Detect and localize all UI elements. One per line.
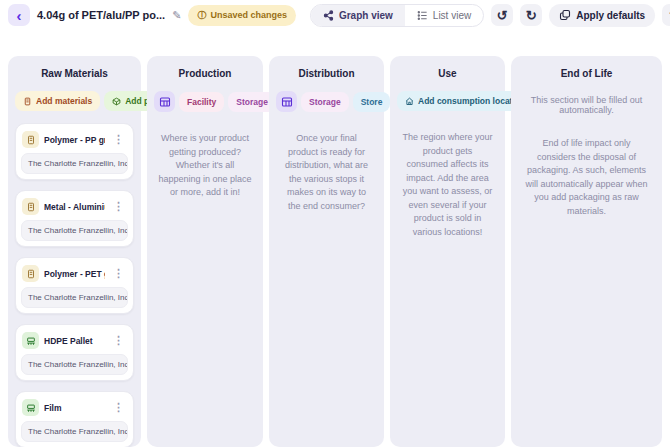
apply-defaults-label: Apply defaults [576, 10, 645, 21]
tab-list-view[interactable]: List view [405, 5, 483, 26]
card-title: Polymer - PP granulate... [44, 135, 105, 145]
store-label: Store [361, 97, 383, 107]
storage-label: Storage [309, 97, 341, 107]
end-of-life-note: This section will be filled out automati… [518, 91, 655, 115]
column-end-of-life: End of Life This section will be filled … [511, 56, 662, 447]
undo-button[interactable]: ↺ [491, 4, 513, 26]
lifecycle-board: Raw Materials Add materials Add packagin… [0, 56, 670, 447]
edit-pencil-icon[interactable]: ✎ [172, 9, 181, 22]
tab-graph-view[interactable]: Graph view [311, 5, 405, 26]
add-materials-label: Add materials [36, 96, 92, 106]
material-icon [22, 131, 39, 148]
material-card[interactable]: Metal - Aluminium ingot ⋮ The Charlotte … [15, 190, 134, 247]
list-view-label: List view [433, 10, 471, 21]
use-actions: Add consumption location [397, 91, 498, 111]
add-storage-button[interactable]: Storage [301, 92, 349, 112]
add-facility-button[interactable]: Facility [179, 92, 224, 112]
card-title: HDPE Pallet [44, 336, 105, 346]
back-button[interactable]: ‹ [8, 4, 30, 26]
production-empty-text: Where is your product getting produced? … [154, 124, 256, 200]
storage-label: Storage [236, 97, 268, 107]
add-consumption-location-label: Add consumption location [418, 96, 525, 106]
unsaved-changes-label: Unsaved changes [210, 10, 287, 20]
apply-defaults-icon [559, 9, 571, 21]
supplier-chip[interactable]: The Charlotte Franzellin, Inc (... [21, 421, 128, 442]
facility-label: Facility [187, 97, 216, 107]
production-actions: Facility Storage [154, 91, 256, 112]
pallet-icon [22, 399, 39, 416]
material-icon [22, 265, 39, 282]
add-store-button[interactable]: Store [353, 92, 391, 112]
page-title: 4.04g of PET/alu/PP po... [37, 9, 165, 21]
undo-icon: ↺ [497, 8, 508, 23]
home-icon [405, 97, 414, 106]
column-production: Production Facility Storage Where is you… [147, 56, 263, 447]
unsaved-changes-badge: ⓘ Unsaved changes [188, 5, 296, 26]
column-title: Raw Materials [15, 68, 134, 79]
back-chevron-icon: ‹ [17, 7, 22, 24]
material-icon [22, 198, 39, 215]
pallet-icon [22, 332, 39, 349]
graph-view-icon [323, 10, 334, 21]
info-icon: ⓘ [197, 9, 206, 22]
raw-material-cards: Polymer - PP granulate... ⋮ The Charlott… [15, 123, 134, 447]
apply-defaults-button[interactable]: Apply defaults [549, 4, 655, 27]
material-card[interactable]: Polymer - PP granulate... ⋮ The Charlott… [15, 123, 134, 180]
redo-button[interactable]: ↻ [520, 4, 542, 26]
packaging-card[interactable]: HDPE Pallet ⋮ The Charlotte Franzellin, … [15, 324, 134, 381]
graph-view-label: Graph view [339, 10, 393, 21]
card-title: Polymer - PET granulat... [44, 269, 105, 279]
card-menu-button[interactable]: ⋮ [110, 267, 127, 280]
top-bar: ‹ 4.04g of PET/alu/PP po... ✎ ⓘ Unsaved … [0, 0, 670, 30]
distribution-actions: Storage Store ⋮ [276, 91, 377, 112]
material-card[interactable]: Polymer - PET granulat... ⋮ The Charlott… [15, 257, 134, 314]
card-menu-button[interactable]: ⋮ [110, 200, 127, 213]
column-use: Use Add consumption location The region … [390, 56, 505, 447]
production-table-button[interactable] [154, 91, 175, 112]
redo-icon: ↻ [526, 8, 537, 23]
distribution-empty-text: Once your final product is ready for dis… [276, 124, 377, 213]
card-title: Metal - Aluminium ingot [44, 202, 105, 212]
add-materials-button[interactable]: Add materials [15, 91, 100, 111]
supplier-chip[interactable]: The Charlotte Franzellin, Inc (E... [21, 220, 128, 241]
list-view-icon [417, 10, 428, 21]
supplier-chip[interactable]: The Charlotte Franzellin, Inc (E... [21, 153, 128, 174]
raw-materials-actions: Add materials Add packaging [15, 91, 134, 111]
help-button[interactable]: ? [662, 4, 670, 26]
supplier-chip[interactable]: The Charlotte Franzellin, Inc (... [21, 354, 128, 375]
packaging-card[interactable]: Film ⋮ The Charlotte Franzellin, Inc (..… [15, 391, 134, 447]
column-title: Distribution [276, 68, 377, 79]
column-distribution: Distribution Storage Store ⋮ Once your f… [269, 56, 384, 447]
end-of-life-empty-text: End of life impact only considers the di… [518, 129, 655, 218]
card-menu-button[interactable]: ⋮ [110, 334, 127, 347]
supplier-chip[interactable]: The Charlotte Franzellin, Inc (E... [21, 287, 128, 308]
table-grid-icon [159, 96, 171, 108]
column-title: Production [154, 68, 256, 79]
table-grid-icon [281, 96, 293, 108]
column-title: Use [397, 68, 498, 79]
use-empty-text: The region where your product gets consu… [397, 123, 498, 239]
card-title: Film [44, 403, 105, 413]
distribution-table-button[interactable] [276, 91, 297, 112]
material-icon [23, 97, 32, 106]
card-menu-button[interactable]: ⋮ [110, 133, 127, 146]
column-title: End of Life [518, 68, 655, 79]
view-toggle: Graph view List view [310, 4, 484, 27]
package-icon [112, 97, 121, 106]
column-raw-materials: Raw Materials Add materials Add packagin… [8, 56, 141, 447]
card-menu-button[interactable]: ⋮ [110, 401, 127, 414]
